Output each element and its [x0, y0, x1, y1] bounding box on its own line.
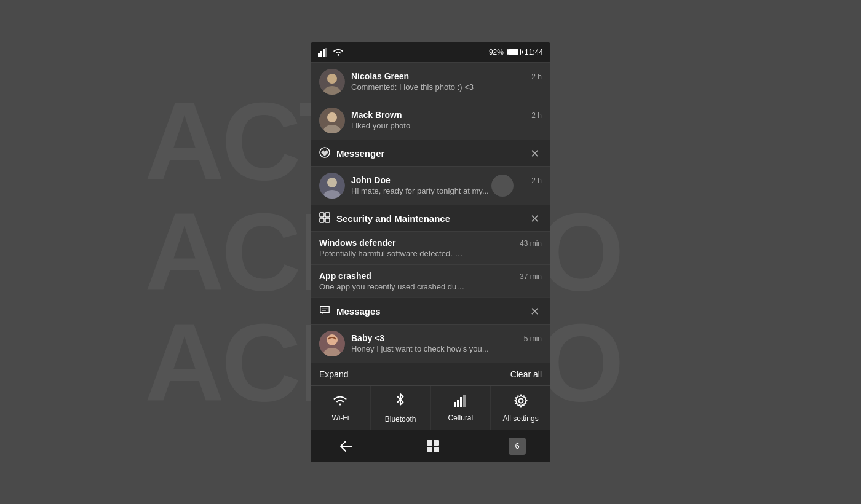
notif-name-baby: Baby <3 [351, 333, 384, 343]
bluetooth-label: Bluetooth [385, 415, 416, 423]
ripple-effect [491, 175, 514, 197]
notif-item-john[interactable]: John Doe 2 h Hi mate, ready for party to… [311, 166, 550, 205]
notification-panel: Nicolas Green 2 h Commented: I love this… [311, 62, 550, 462]
notif-msg-john: Hi mate, ready for party tonight at my..… [351, 186, 499, 195]
notifications-count: 6 [515, 441, 519, 451]
bluetooth-tile[interactable]: Bluetooth [371, 386, 431, 430]
wifi-status-icon [333, 48, 344, 57]
svg-point-13 [327, 178, 337, 187]
notif-time-appcrash: 37 min [520, 272, 542, 281]
status-right: 92% 11:44 [489, 48, 543, 57]
notif-title-messages: Messages [336, 306, 381, 317]
notif-msg-defender: Potentially harmful software detected. P… [319, 249, 467, 258]
svg-rect-25 [454, 402, 456, 407]
notif-header-security: Security and Maintenance ✕ [311, 205, 550, 231]
settings-label: All settings [503, 414, 539, 423]
notif-footer: Expand Clear all [311, 363, 550, 385]
svg-point-6 [327, 74, 337, 84]
avatar-mack [319, 108, 345, 133]
home-button[interactable] [422, 435, 444, 457]
phone-frame: 92% 11:44 Nicolas Gr [311, 42, 550, 462]
messenger-icon [319, 147, 330, 160]
svg-point-4 [338, 54, 339, 56]
svg-rect-27 [460, 397, 462, 407]
wifi-tile[interactable]: Wi-Fi [311, 386, 371, 430]
notif-msg-mack: Liked your photo [351, 121, 499, 130]
wifi-label: Wi-Fi [331, 414, 349, 422]
notif-item-appcrash[interactable]: App crashed 37 min One app you recently … [311, 264, 550, 297]
battery-percent: 92% [489, 48, 504, 57]
notif-header-left-messages: Messages [319, 305, 381, 318]
svg-rect-32 [427, 447, 432, 452]
svg-rect-0 [318, 53, 320, 57]
notif-time-baby: 5 min [524, 334, 542, 343]
notifications-badge[interactable]: 6 [509, 438, 526, 455]
svg-rect-15 [320, 213, 324, 217]
bluetooth-tile-icon [395, 393, 406, 411]
svg-point-24 [339, 403, 341, 405]
status-bar: 92% 11:44 [311, 42, 550, 62]
svg-point-22 [327, 334, 338, 345]
svg-rect-28 [463, 395, 466, 407]
svg-rect-18 [325, 218, 330, 222]
svg-rect-2 [323, 49, 325, 57]
notif-item-defender[interactable]: Windows defender 43 min Potentially harm… [311, 231, 550, 264]
notif-title-messenger: Messenger [336, 148, 384, 159]
notif-item-baby[interactable]: Baby <3 5 min Honey I just want to check… [311, 324, 550, 363]
notif-name-appcrash: App crashed [319, 271, 371, 281]
avatar-nicolas [319, 69, 345, 95]
svg-rect-33 [434, 447, 439, 452]
quick-settings: Wi-Fi Bluetooth [311, 385, 550, 430]
notif-group-facebook: Nicolas Green 2 h Commented: I love this… [311, 62, 550, 140]
svg-rect-1 [320, 51, 322, 57]
notif-item-mack[interactable]: Mack Brown 2 h Liked your photo [311, 101, 550, 140]
clear-all-button[interactable]: Clear all [510, 369, 542, 379]
notif-item-nicolas[interactable]: Nicolas Green 2 h Commented: I love this… [311, 62, 550, 101]
svg-rect-3 [325, 48, 327, 57]
notif-header-messenger: Messenger ✕ [311, 140, 550, 166]
taskbar: 6 [311, 430, 550, 462]
notif-time-mack: 2 h [531, 111, 542, 120]
notif-content-baby: Baby <3 5 min Honey I just want to check… [351, 333, 542, 353]
cellular-label: Cellural [448, 414, 474, 422]
messenger-close-button[interactable]: ✕ [527, 146, 542, 161]
settings-tile-icon [514, 394, 528, 411]
svg-rect-26 [457, 400, 459, 407]
notif-time-defender: 43 min [520, 239, 542, 248]
notif-group-messages: Messages ✕ Baby <3 5 min [311, 298, 550, 363]
expand-button[interactable]: Expand [319, 369, 348, 379]
notif-header-left-security: Security and Maintenance [319, 212, 450, 226]
notif-msg-baby: Honey I just want to check how's you... [351, 344, 499, 353]
status-left [318, 48, 344, 57]
notif-header-left-messenger: Messenger [319, 147, 384, 160]
notif-name-john: John Doe [351, 175, 391, 185]
notif-time-john: 2 h [531, 176, 542, 185]
notif-msg-appcrash: One app you recently used crashed during… [319, 282, 467, 291]
svg-rect-16 [325, 213, 330, 217]
notif-group-messenger: Messenger ✕ John Doe 2 h [311, 140, 550, 205]
notif-msg-nicolas: Commented: I love this photo :) <3 [351, 82, 499, 92]
battery-icon [507, 49, 521, 55]
notif-group-security: Security and Maintenance ✕ Windows defen… [311, 205, 550, 298]
avatar-john [319, 173, 345, 199]
security-close-button[interactable]: ✕ [527, 211, 542, 226]
cellular-tile-icon [454, 395, 467, 410]
notif-time-nicolas: 2 h [531, 73, 542, 81]
avatar-baby [319, 331, 345, 356]
settings-tile[interactable]: All settings [491, 386, 550, 430]
cellular-tile[interactable]: Cellural [431, 386, 491, 430]
notif-name-nicolas: Nicolas Green [351, 71, 409, 81]
messages-close-button[interactable]: ✕ [527, 304, 542, 319]
svg-rect-31 [434, 440, 439, 446]
signal-icon [318, 48, 329, 57]
notif-title-security: Security and Maintenance [336, 213, 450, 224]
notif-name-mack: Mack Brown [351, 110, 402, 120]
messages-icon [319, 305, 330, 318]
notif-content-mack: Mack Brown 2 h Liked your photo [351, 110, 542, 130]
back-button[interactable] [335, 435, 357, 457]
svg-point-29 [518, 398, 523, 403]
wifi-tile-icon [333, 395, 347, 410]
security-icon [319, 212, 330, 226]
svg-rect-30 [427, 440, 432, 446]
notif-name-defender: Windows defender [319, 238, 395, 248]
